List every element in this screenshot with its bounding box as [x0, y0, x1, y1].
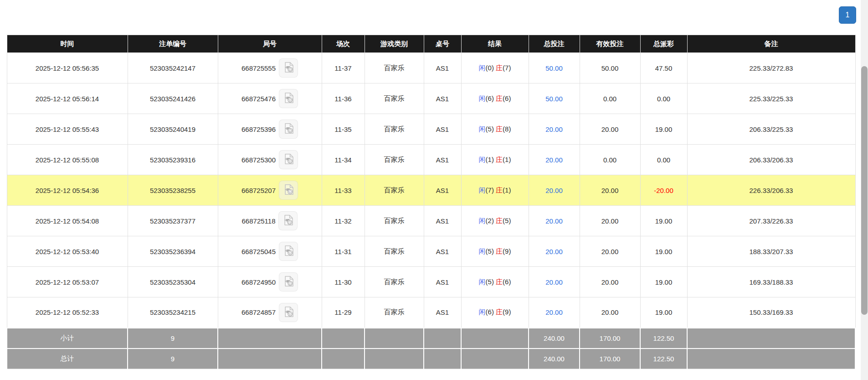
scrollbar-thumb[interactable] [861, 66, 868, 315]
table-footer: 小计9240.00170.00122.50总计9240.00170.00122.… [7, 328, 855, 369]
result-cell: 闲(5) 庄(6) [461, 267, 529, 297]
session-cell: 11-36 [322, 83, 365, 114]
total-bet-link[interactable]: 50.00 [545, 64, 563, 72]
time-cell: 2025-12-12 05:55:43 [7, 114, 128, 145]
round-number: 668725207 [241, 187, 276, 194]
footer-empty-cell [424, 349, 461, 369]
player-score: (6) [486, 308, 494, 316]
table-no-cell: AS1 [424, 53, 461, 83]
banker-score: (8) [503, 125, 511, 133]
video-replay-button[interactable] [278, 211, 298, 230]
round-cell: 668725476 [218, 83, 322, 114]
banker-label: 庄 [496, 125, 503, 133]
round-number: 668725396 [241, 125, 276, 133]
total-bet-link[interactable]: 20.00 [545, 308, 563, 316]
total-bet-link[interactable]: 20.00 [545, 156, 563, 164]
bet-id-cell: 523035235304 [128, 267, 218, 297]
footer-valid-bet-cell: 170.00 [580, 328, 640, 349]
footer-payout-cell: 122.50 [640, 328, 687, 349]
player-score: (5) [486, 125, 494, 133]
footer-empty-cell [322, 349, 365, 369]
player-label: 闲 [479, 247, 486, 255]
game-type-cell: 百家乐 [365, 236, 424, 267]
time-cell: 2025-12-12 05:54:08 [7, 206, 128, 236]
banker-label: 庄 [496, 308, 503, 316]
total-bet-link[interactable]: 20.00 [545, 125, 563, 133]
banker-label: 庄 [496, 247, 503, 255]
game-type-cell: 百家乐 [365, 175, 424, 206]
subtotal-row: 小计9240.00170.00122.50 [7, 328, 855, 349]
round-cell: 668725045 [218, 236, 322, 267]
round-number: 668725476 [241, 95, 276, 103]
bet-id-cell: 523035237377 [128, 206, 218, 236]
bet-id-cell: 523035238255 [128, 175, 218, 206]
game-type-cell: 百家乐 [365, 297, 424, 328]
payout-cell: 0.00 [640, 145, 687, 175]
total-bet-cell: 20.00 [529, 114, 580, 145]
round-cell: 668725118 [218, 206, 322, 236]
valid-bet-cell: 20.00 [580, 236, 640, 267]
game-type-cell: 百家乐 [365, 83, 424, 114]
video-replay-button[interactable] [279, 150, 298, 169]
player-label: 闲 [479, 186, 486, 194]
bet-id-cell: 523035236394 [128, 236, 218, 267]
result-cell: 闲(6) 庄(9) [461, 297, 529, 328]
player-label: 闲 [479, 156, 486, 163]
video-replay-button[interactable] [279, 272, 298, 292]
vertical-scrollbar[interactable] [861, 0, 868, 380]
round-cell: 668725300 [218, 145, 322, 175]
column-header-4: 游戏类别 [365, 35, 424, 53]
player-label: 闲 [479, 217, 486, 224]
table-row: 2025-12-12 05:54:36523035238255668725207… [7, 175, 855, 206]
remark-cell: 225.33/272.83 [687, 53, 855, 83]
total-bet-link[interactable]: 20.00 [545, 187, 563, 194]
player-label: 闲 [479, 308, 486, 316]
total-bet-link[interactable]: 50.00 [545, 95, 563, 103]
round-number: 668725300 [241, 156, 276, 164]
result-cell: 闲(0) 庄(7) [461, 53, 529, 83]
footer-label-cell: 小计 [7, 328, 128, 349]
game-type-cell: 百家乐 [365, 53, 424, 83]
video-replay-button[interactable] [279, 303, 298, 322]
footer-count-cell: 9 [128, 349, 218, 369]
valid-bet-cell: 20.00 [580, 114, 640, 145]
bet-id-cell: 523035240419 [128, 114, 218, 145]
round-number: 668725118 [242, 217, 276, 225]
valid-bet-cell: 20.00 [580, 267, 640, 297]
total-bet-cell: 50.00 [529, 83, 580, 114]
game-type-cell: 百家乐 [365, 114, 424, 145]
video-replay-button[interactable] [279, 181, 298, 200]
video-replay-button[interactable] [279, 58, 298, 78]
player-score: (5) [486, 278, 494, 286]
table-no-cell: AS1 [424, 145, 461, 175]
player-label: 闲 [479, 125, 486, 133]
total-bet-link[interactable]: 20.00 [545, 217, 563, 225]
video-replay-button[interactable] [279, 89, 298, 108]
total-bet-cell: 20.00 [529, 145, 580, 175]
video-file-icon [282, 306, 295, 319]
time-cell: 2025-12-12 05:56:14 [7, 83, 128, 114]
table-no-cell: AS1 [424, 175, 461, 206]
banker-score: (6) [503, 278, 511, 286]
bet-id-cell: 523035242147 [128, 53, 218, 83]
session-cell: 11-31 [322, 236, 365, 267]
banker-label: 庄 [496, 64, 503, 72]
footer-empty-cell [687, 349, 855, 369]
video-replay-button[interactable] [279, 242, 298, 261]
total-bet-link[interactable]: 20.00 [545, 278, 563, 286]
column-header-9: 总派彩 [640, 35, 687, 53]
pagination-page-1[interactable]: 1 [839, 6, 856, 24]
time-cell: 2025-12-12 05:53:07 [7, 267, 128, 297]
payout-cell: 47.50 [640, 53, 687, 83]
table-body: 2025-12-12 05:56:35523035242147668725555… [7, 53, 855, 328]
footer-empty-cell [687, 328, 855, 349]
payout-cell: 0.00 [640, 83, 687, 114]
valid-bet-cell: 20.00 [580, 175, 640, 206]
time-cell: 2025-12-12 05:53:40 [7, 236, 128, 267]
banker-score: (1) [503, 186, 511, 194]
video-file-icon [282, 61, 295, 75]
bet-records-table: 时间注单编号局号场次游戏类别桌号结果总投注有效投注总派彩备注 2025-12-1… [6, 35, 856, 369]
total-bet-link[interactable]: 20.00 [545, 248, 563, 255]
video-replay-button[interactable] [279, 120, 298, 139]
banker-label: 庄 [496, 186, 503, 194]
